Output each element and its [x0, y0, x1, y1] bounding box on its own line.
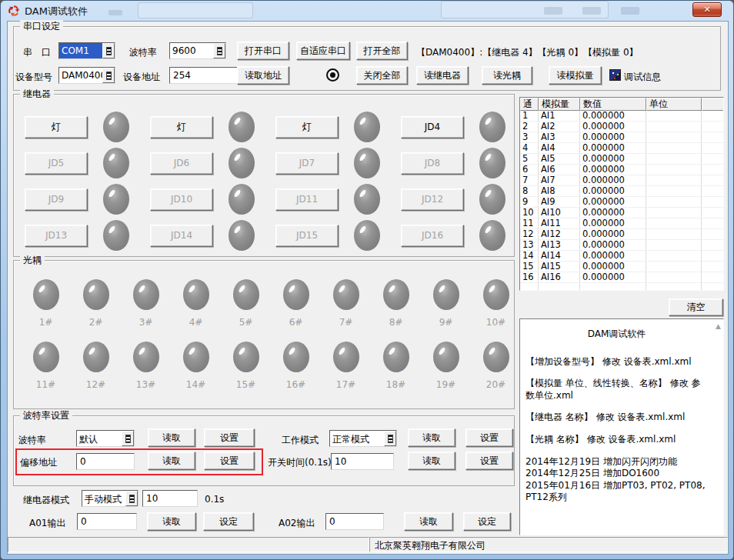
a02-label: A02输出 — [279, 517, 315, 530]
relay-indicator — [479, 184, 505, 215]
relay-button-灯[interactable]: 灯 — [150, 116, 213, 138]
read-relay-button[interactable]: 读继电器 — [416, 66, 469, 85]
open-port-button[interactable]: 打开串口 — [237, 42, 289, 60]
opto-label: 4# — [189, 317, 203, 328]
table-cell — [702, 132, 723, 142]
relay-button-JD4[interactable]: JD4 — [401, 116, 464, 138]
title-bar[interactable]: DAM调试软件 ✕ — [1, 1, 733, 21]
work-mode-set-button[interactable]: 设置 — [465, 428, 513, 447]
opto-indicator — [33, 279, 59, 310]
table-cell — [646, 283, 702, 291]
a02-set-button[interactable]: 设定 — [463, 512, 511, 531]
dropdown-button[interactable] — [102, 43, 115, 58]
clear-button[interactable]: 清空 — [669, 298, 723, 316]
relay-button-JD8[interactable]: JD8 — [401, 152, 464, 175]
table-row: 1AI10.000000 — [520, 111, 723, 122]
dropdown-button[interactable] — [384, 431, 396, 446]
relay-button-JD13[interactable]: JD13 — [25, 225, 88, 247]
opto-label: 11# — [36, 379, 55, 390]
baud-select[interactable]: 9600 — [169, 42, 226, 59]
switch-time-set-button[interactable]: 设置 — [465, 452, 513, 470]
debug-info-icon[interactable] — [609, 69, 621, 81]
table-row: 10AI100.000000 — [520, 208, 723, 218]
column-header[interactable]: 模拟量 — [539, 98, 580, 111]
app-icon — [8, 5, 20, 17]
switch-time-read-button[interactable]: 读取 — [408, 452, 455, 470]
table-cell: 0.000000 — [580, 165, 646, 175]
port-select-value: COM1 — [59, 43, 102, 58]
dropdown-button[interactable] — [213, 43, 225, 58]
opto-indicator — [283, 342, 309, 372]
analog-table: 通模拟量数值单位 1AI10.0000002AI20.0000003AI30.0… — [519, 97, 724, 291]
baud-label: 波特率 — [129, 46, 157, 59]
offset-set-button[interactable]: 设置 — [204, 452, 255, 470]
read-opto-button[interactable]: 读光耦 — [482, 66, 532, 85]
opto-label: 9# — [439, 317, 453, 328]
work-mode-read-button[interactable]: 读取 — [408, 428, 455, 447]
opto-indicator — [383, 342, 409, 372]
opto-label: 5# — [239, 317, 253, 328]
model-select[interactable]: DAM0400 — [58, 67, 115, 84]
offset-input[interactable] — [76, 453, 135, 470]
auto-port-button[interactable]: 自适应串口 — [296, 42, 350, 60]
baudrate-set-button[interactable]: 设置 — [204, 428, 255, 447]
a01-input[interactable] — [77, 513, 137, 530]
table-cell: 0.000000 — [580, 186, 646, 196]
relay-mode-select[interactable]: 手动模式 — [82, 490, 138, 507]
serial-group-label: 串口设定 — [20, 20, 63, 33]
relay-time-input[interactable] — [142, 490, 198, 507]
relay-button-JD7[interactable]: JD7 — [275, 152, 339, 175]
opto-grid: 1#2#3#4#5#6#7#8#9#10#11#12#13#14#15#16#1… — [21, 279, 521, 390]
relay-button-JD10[interactable]: JD10 — [150, 188, 213, 211]
relay-button-JD12[interactable]: JD12 — [401, 188, 464, 211]
read-analog-button[interactable]: 读模拟量 — [549, 66, 602, 85]
scroll-up-icon[interactable]: ▲ — [716, 322, 721, 332]
table-cell — [646, 186, 702, 196]
work-mode-select[interactable]: 正常模式 — [329, 430, 397, 447]
read-address-button[interactable]: 读取地址 — [237, 66, 289, 85]
baudrate-select[interactable]: 默认 — [76, 430, 135, 447]
relay-button-JD11[interactable]: JD11 — [275, 188, 339, 211]
a01-set-button[interactable]: 设定 — [203, 512, 254, 531]
switch-time-input[interactable] — [331, 453, 394, 470]
relay-button-灯[interactable]: 灯 — [25, 116, 88, 138]
open-all-button[interactable]: 打开全部 — [356, 42, 408, 60]
dropdown-button[interactable] — [122, 431, 134, 446]
baudrate-read-button[interactable]: 读取 — [148, 428, 195, 447]
relay-button-JD6[interactable]: JD6 — [150, 152, 213, 175]
table-cell — [702, 165, 723, 175]
relay-button-JD14[interactable]: JD14 — [150, 225, 213, 247]
column-header[interactable] — [702, 98, 723, 111]
dropdown-button[interactable] — [125, 491, 138, 506]
relay-button-JD9[interactable]: JD9 — [25, 188, 88, 211]
relay-button-JD15[interactable]: JD15 — [275, 225, 339, 247]
table-cell — [702, 197, 723, 207]
table-cell — [646, 175, 702, 185]
opto-label: 15# — [236, 379, 255, 390]
serial-settings-group: 串口设定 串 口 COM1 波特率 9600 打开串口 自适应串口 打开全部 【… — [13, 26, 721, 91]
column-header[interactable]: 通 — [520, 98, 539, 111]
close-all-button[interactable]: 关闭全部 — [356, 66, 408, 85]
table-cell: 5 — [520, 154, 539, 164]
device-address-input[interactable] — [169, 67, 243, 84]
a02-input[interactable] — [325, 513, 384, 530]
opto-indicator — [233, 279, 259, 310]
column-header[interactable]: 单位 — [646, 98, 702, 111]
close-button[interactable]: ✕ — [692, 2, 722, 17]
dropdown-button[interactable] — [102, 68, 115, 83]
port-select[interactable]: COM1 — [58, 42, 115, 59]
relay-indicator — [103, 112, 129, 142]
titlebar-ghost — [138, 2, 253, 18]
a02-read-button[interactable]: 读取 — [404, 512, 453, 531]
relay-button-灯[interactable]: 灯 — [275, 116, 339, 138]
table-cell — [702, 272, 723, 282]
relay-button-JD16[interactable]: JD16 — [401, 225, 464, 247]
column-header[interactable]: 数值 — [580, 98, 646, 111]
offset-read-button[interactable]: 读取 — [148, 452, 195, 470]
a01-read-button[interactable]: 读取 — [147, 512, 196, 531]
relay-button-JD5[interactable]: JD5 — [25, 152, 88, 175]
table-cell — [702, 251, 723, 261]
relay-time-unit: 0.1s — [205, 494, 224, 505]
opto-label: 13# — [136, 379, 155, 390]
opto-label: 19# — [436, 379, 455, 390]
